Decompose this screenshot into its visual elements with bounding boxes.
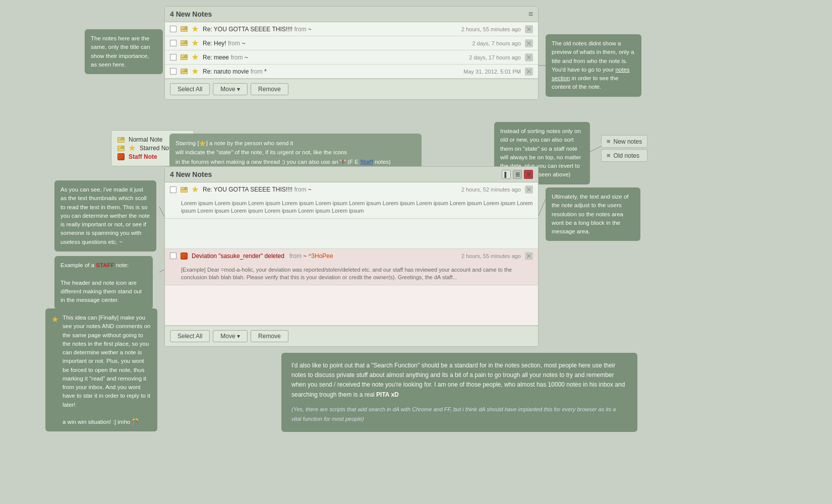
panel-new-header: 4 New Notes ▌ ☰ ☰ (165, 167, 538, 182)
old-notes-icon: ≡ (607, 152, 611, 159)
table-row[interactable]: Re: YOU GOTTA SEEEE THIS!!!! from ~ 2 ho… (165, 182, 538, 219)
note-preview: [Example] Dear =mod-a-holic, your deviat… (170, 266, 533, 282)
view-mode-icons: ▌ ☰ ☰ (502, 170, 533, 179)
new-notes-icon: ≡ (607, 138, 611, 145)
note-time: 2 days, 17 hours ago (469, 54, 521, 60)
tooltip-starring: Starring [] a note by the person who sen… (169, 134, 422, 171)
note-title: Re: Hey! from ~ (203, 40, 468, 47)
select-all-button-2[interactable]: Select All (170, 330, 210, 342)
tooltip-old-notes: The old notes didnt show a preview of wh… (546, 34, 641, 97)
envelope-icon (181, 40, 188, 46)
starred-note-icon (129, 145, 136, 152)
bottom-main-text: I'd also like to point out that a "Searc… (291, 361, 627, 400)
tooltip-notes-importance-text: The notes here are the same, only the ti… (91, 35, 150, 68)
tooltip-old-notes-text: The old notes didnt show a preview of wh… (552, 40, 634, 90)
table-row[interactable]: Re: YOU GOTTA SEEEE THIS!!!! from ~ 2 ho… (165, 22, 538, 36)
staff-icon (181, 253, 188, 260)
table-row[interactable]: Re: Hey! from ~ 2 days, 7 hours ago ✕ (165, 36, 538, 50)
svg-line-6 (538, 199, 546, 217)
win-win-text: This idea can [Finally] make you see you… (63, 313, 151, 426)
note-time: 2 hours, 52 minutes ago (461, 186, 521, 193)
note-list-old: Re: YOU GOTTA SEEEE THIS!!!! from ~ 2 ho… (165, 22, 538, 79)
note-checkbox[interactable] (170, 54, 176, 60)
note-title: Deviation "sasuke_render" deleted from ~… (192, 253, 457, 260)
close-icon[interactable]: ✕ (525, 252, 533, 260)
close-icon[interactable]: ✕ (525, 25, 533, 33)
note-checkbox[interactable] (170, 253, 176, 259)
table-row[interactable]: Re: meee from ~ 2 days, 17 hours ago ✕ (165, 50, 538, 65)
bottom-search-text: I'd also like to point out that a "Searc… (281, 353, 637, 432)
normal-note-label: Normal Note (129, 136, 162, 143)
starred-note-label: Starred Note (140, 145, 174, 152)
close-icon[interactable]: ✕ (525, 53, 533, 61)
table-row[interactable]: Deviation "sasuke_render" deleted from ~… (165, 249, 538, 285)
star-icon (192, 40, 199, 47)
panel-new-title: 4 New Notes (170, 170, 212, 178)
note-time: May 31, 2012, 5:01 PM (463, 69, 521, 75)
panel-old-header: 4 New Notes ≡ (165, 7, 538, 22)
tooltip-staff-example: Example of a STAFF note: The header and … (54, 256, 153, 309)
note-time: 2 hours, 55 minutes ago (461, 253, 521, 259)
star-icon (192, 186, 199, 193)
note-title: Re: YOU GOTTA SEEEE THIS!!!! from ~ (203, 186, 457, 193)
starred-note-envelope (117, 146, 125, 151)
panel-new-footer: Select All Move ▾ Remove (165, 326, 538, 346)
note-title: Re: naruto movie from * (203, 68, 459, 75)
starring-text: Starring [] a note by the person who sen… (175, 139, 415, 166)
tab-new-notes[interactable]: ≡ New notes (601, 135, 647, 148)
note-title: Re: meee from ~ (203, 54, 465, 61)
normal-note-icon (117, 137, 125, 143)
envelope-icon (181, 69, 188, 74)
envelope-icon (181, 26, 188, 32)
staff-note-icon (117, 153, 125, 160)
remove-button-2[interactable]: Remove (251, 330, 288, 342)
note-spacer2 (165, 285, 538, 326)
view-expanded-icon[interactable]: ☰ (524, 170, 533, 179)
move-button-2[interactable]: Move ▾ (213, 330, 248, 342)
tooltip-notes-importance: The notes here are the same, only the ti… (85, 29, 163, 74)
close-icon[interactable]: ✕ (525, 39, 533, 47)
panel-old-title: 4 New Notes (170, 10, 212, 18)
panel-old-footer: Select All Move ▾ Remove (165, 79, 538, 99)
select-all-button[interactable]: Select All (170, 83, 210, 95)
svg-line-4 (159, 207, 164, 217)
panel-new-style: 4 New Notes ▌ ☰ ☰ Re: YOU GOTTA SEEEE TH… (164, 166, 539, 347)
table-row[interactable]: Re: naruto movie from * May 31, 2012, 5:… (165, 65, 538, 79)
view-list-icon[interactable]: ☰ (513, 170, 522, 179)
note-checkbox[interactable] (170, 186, 176, 193)
star-icon (192, 68, 199, 75)
staff-note-label: Staff Note (129, 153, 157, 160)
remove-button[interactable]: Remove (251, 83, 288, 95)
note-checkbox[interactable] (170, 68, 176, 75)
close-icon[interactable]: ✕ (525, 185, 533, 194)
envelope-icon (181, 54, 188, 60)
tooltip-win-win: ★ This idea can [Finally] make you see y… (45, 308, 157, 431)
move-button[interactable]: Move ▾ (213, 83, 248, 95)
view-compact-icon[interactable]: ▌ (502, 170, 511, 179)
sort-tabs: ≡ New notes ≡ Old notes (601, 135, 647, 162)
staff-example-text: Example of a STAFF note: The header and … (61, 261, 147, 304)
bottom-small-text: (Yes, there are scripts that add search … (291, 405, 627, 424)
note-checkbox[interactable] (170, 26, 176, 32)
note-time: 2 days, 7 hours ago (472, 40, 521, 46)
star-icon (192, 26, 199, 33)
note-time: 2 hours, 55 minutes ago (461, 26, 521, 32)
panel-old-icon: ≡ (528, 10, 533, 19)
tooltip-thumbnails-text: As you can see, i've made it just as the… (61, 186, 150, 245)
star-icon (192, 54, 199, 61)
panel-old-style: 4 New Notes ≡ Re: YOU GOTTA SEEEE THIS!!… (164, 6, 539, 100)
note-spacer (165, 219, 538, 249)
tab-old-notes[interactable]: ≡ Old notes (601, 149, 647, 162)
tooltip-resize: Ultimately, the text and size of the not… (546, 187, 640, 241)
note-checkbox[interactable] (170, 40, 176, 46)
tooltip-thumbnails: As you can see, i've made it just as the… (54, 180, 156, 251)
note-title: Re: YOU GOTTA SEEEE THIS!!!! from ~ (203, 26, 457, 33)
old-notes-label: Old notes (614, 152, 639, 159)
new-notes-label: New notes (614, 138, 642, 145)
tooltip-resize-text: Ultimately, the text and size of the not… (552, 194, 629, 234)
close-icon[interactable]: ✕ (525, 68, 533, 76)
note-preview: Lorem ipsum Lorem ipsum Lorem ipsum Lore… (170, 200, 533, 215)
star-decoration-icon: ★ (51, 313, 58, 326)
envelope-icon (181, 187, 188, 193)
